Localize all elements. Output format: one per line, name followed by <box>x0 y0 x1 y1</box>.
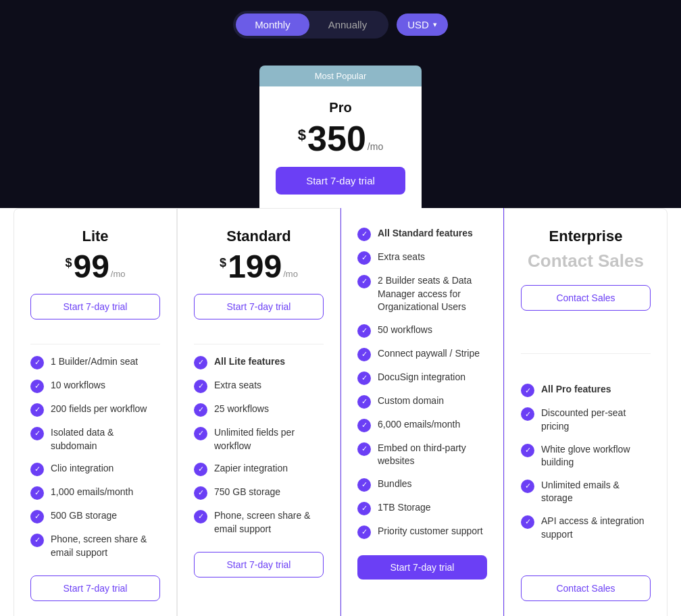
list-item: ✓ All Lite features <box>194 355 324 369</box>
feature-text: Discounted per-seat pricing <box>541 407 651 433</box>
list-item: ✓ DocuSign integration <box>357 371 487 385</box>
standard-plan-card: Standard $ 199 /mo Start 7-day trial ✓ A… <box>177 208 340 616</box>
standard-price-period: /mo <box>283 269 298 279</box>
check-icon: ✓ <box>194 463 207 476</box>
lite-price-dollar: $ <box>65 256 72 270</box>
list-item: ✓ 500 GB storage <box>30 509 160 523</box>
list-item: ✓ 50 workflows <box>357 324 487 338</box>
feature-text: Unlimited emails & storage <box>541 479 651 505</box>
check-icon: ✓ <box>521 444 534 457</box>
feature-text: Custom domain <box>378 394 444 408</box>
feature-text: 10 workflows <box>51 379 105 392</box>
list-item: ✓ All Pro features <box>521 383 651 397</box>
check-icon: ✓ <box>357 228 371 241</box>
check-icon: ✓ <box>357 395 371 409</box>
feature-text: 50 workflows <box>378 324 432 337</box>
list-item: ✓ 1 Builder/Admin seat <box>30 355 160 369</box>
standard-price-dollar: $ <box>220 256 226 270</box>
check-icon: ✓ <box>30 356 44 369</box>
feature-text: Embed on third-party websites <box>378 442 487 468</box>
feature-text: Unlimited fields per workflow <box>214 426 324 453</box>
pro-trial-btn-top[interactable]: Start 7-day trial <box>276 167 405 195</box>
feature-text: API access & integration support <box>541 515 651 541</box>
standard-divider <box>194 344 324 344</box>
enterprise-plan-title: Enterprise <box>521 228 651 245</box>
check-icon: ✓ <box>521 480 534 493</box>
list-item: ✓ Isolated data & subdomain <box>30 426 160 453</box>
enterprise-contact-sales-title: Contact Sales <box>521 251 651 272</box>
feature-text: Bundles <box>378 478 412 491</box>
check-icon: ✓ <box>194 486 207 500</box>
list-item: ✓ Priority customer support <box>357 525 487 539</box>
check-icon: ✓ <box>357 348 371 361</box>
pro-trial-btn-bottom[interactable]: Start 7-day trial <box>357 555 487 580</box>
feature-text: 6,000 emails/month <box>378 418 460 432</box>
pro-price-dollar-hero: $ <box>298 126 306 144</box>
enterprise-feature-list: ✓ All Pro features ✓ Discounted per-seat… <box>521 383 651 541</box>
standard-trial-btn[interactable]: Start 7-day trial <box>194 294 324 319</box>
enterprise-contact-btn-bottom[interactable]: Contact Sales <box>521 575 651 601</box>
list-item: ✓ Unlimited fields per workflow <box>194 426 324 453</box>
check-icon: ✓ <box>30 534 44 547</box>
check-icon: ✓ <box>194 403 207 417</box>
enterprise-contact-btn[interactable]: Contact Sales <box>521 285 651 311</box>
billing-toggle-group: Monthly Annually <box>233 11 388 38</box>
check-icon: ✓ <box>194 380 207 393</box>
pro-plan-card: ✓ All Standard features ✓ Extra seats ✓ … <box>340 208 504 616</box>
lite-price-row: $ 99 /mo <box>30 251 160 283</box>
annually-toggle[interactable]: Annually <box>309 14 386 36</box>
lite-plan-card: Lite $ 99 /mo Start 7-day trial ✓ 1 Buil… <box>14 208 177 616</box>
feature-text: Connect paywall / Stripe <box>378 347 480 361</box>
pro-price-amount-hero: 350 <box>307 121 366 156</box>
monthly-toggle[interactable]: Monthly <box>236 14 309 36</box>
check-icon: ✓ <box>357 251 371 265</box>
list-item: ✓ 1,000 emails/month <box>30 486 160 500</box>
check-icon: ✓ <box>521 407 534 421</box>
check-icon: ✓ <box>30 380 44 393</box>
check-icon: ✓ <box>30 510 44 523</box>
list-item: ✓ Embed on third-party websites <box>357 442 487 468</box>
enterprise-plan-card: Enterprise Contact Sales Contact Sales ✓… <box>504 208 667 616</box>
feature-text: Extra seats <box>378 251 425 264</box>
list-item: ✓ White glove workflow building <box>521 443 651 469</box>
lite-trial-btn[interactable]: Start 7-day trial <box>30 294 160 319</box>
check-icon: ✓ <box>357 502 371 515</box>
list-item: ✓ Zapier integration <box>194 462 324 476</box>
lite-trial-btn-bottom[interactable]: Start 7-day trial <box>30 575 160 601</box>
hero-section: Most Popular Pro $ 350 /mo Start 7-day t… <box>0 52 681 208</box>
feature-text: 25 workflows <box>214 403 269 416</box>
check-icon: ✓ <box>357 324 371 338</box>
enterprise-top: Enterprise Contact Sales Contact Sales <box>521 228 651 324</box>
feature-text: White glove workflow building <box>541 443 651 469</box>
enterprise-bottom-btn-row: Contact Sales <box>521 575 651 615</box>
list-item: ✓ Extra seats <box>194 379 324 393</box>
lite-price-period: /mo <box>111 269 126 279</box>
lite-feature-list: ✓ 1 Builder/Admin seat ✓ 10 workflows ✓ … <box>30 355 160 559</box>
main-content: Lite $ 99 /mo Start 7-day trial ✓ 1 Buil… <box>0 208 681 616</box>
check-icon: ✓ <box>194 510 207 523</box>
check-icon: ✓ <box>194 427 207 440</box>
pro-hero-card: Most Popular Pro $ 350 /mo Start 7-day t… <box>259 66 422 208</box>
standard-feature-list: ✓ All Lite features ✓ Extra seats ✓ 25 w… <box>194 355 324 536</box>
feature-text: Isolated data & subdomain <box>51 426 160 453</box>
standard-price-amount: 199 <box>228 251 282 283</box>
feature-text: DocuSign integration <box>378 371 465 384</box>
feature-text: 200 fields per workflow <box>51 403 147 416</box>
feature-text: Clio integration <box>51 462 114 476</box>
pro-bottom-btn-row: Start 7-day trial <box>357 555 487 593</box>
pro-hero-content: Pro $ 350 /mo Start 7-day trial <box>259 86 422 208</box>
check-icon: ✓ <box>30 486 44 500</box>
currency-selector[interactable]: USD ▾ <box>397 14 448 36</box>
check-icon: ✓ <box>357 478 371 492</box>
lite-plan-title: Lite <box>30 228 160 245</box>
check-icon: ✓ <box>357 275 371 288</box>
feature-text: 1,000 emails/month <box>51 486 133 499</box>
list-item: ✓ 1TB Storage <box>357 501 487 515</box>
list-item: ✓ Unlimited emails & storage <box>521 479 651 505</box>
check-icon: ✓ <box>521 515 534 529</box>
list-item: ✓ All Standard features <box>357 227 487 241</box>
list-item: ✓ Bundles <box>357 478 487 492</box>
list-item: ✓ Discounted per-seat pricing <box>521 407 651 433</box>
standard-trial-btn-bottom[interactable]: Start 7-day trial <box>194 552 324 578</box>
feature-text: 500 GB storage <box>51 509 117 523</box>
